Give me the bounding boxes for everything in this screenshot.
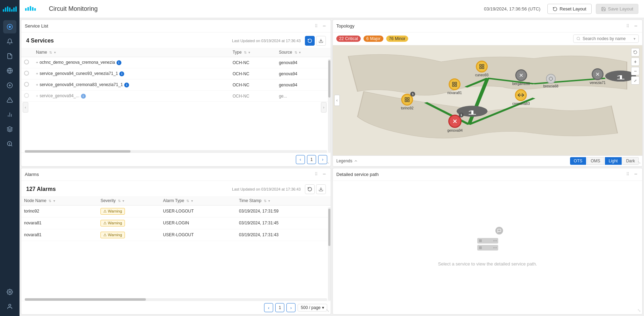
- table-row[interactable]: novara81 ⚠ Warning USER-LOGOUT 03/19/202…: [21, 229, 331, 241]
- table-row[interactable]: +service_genova94_...i OCH-NC ge...: [21, 91, 331, 102]
- topology-minimize[interactable]: −: [633, 23, 639, 29]
- service-hscrollbar[interactable]: [25, 150, 327, 153]
- service-refresh-button[interactable]: [305, 36, 315, 46]
- service-export-button[interactable]: [316, 36, 326, 46]
- expand-icon[interactable]: +: [36, 94, 38, 98]
- topology-resize-handle[interactable]: ⤡: [637, 160, 641, 165]
- alarms-drag-handle[interactable]: ⠿: [315, 172, 319, 177]
- sidebar-item-alerts[interactable]: [3, 35, 16, 48]
- row-checkbox[interactable]: [24, 60, 29, 64]
- service-path-minimize[interactable]: −: [633, 171, 639, 177]
- map-zoom-in-btn[interactable]: +: [631, 57, 639, 66]
- reset-layout-button[interactable]: Reset Layout: [547, 4, 592, 14]
- alarm-next-btn[interactable]: ›: [286, 303, 295, 312]
- sidebar-item-layers[interactable]: [3, 123, 16, 136]
- node-search[interactable]: ▾: [573, 34, 639, 43]
- type-filter-icon[interactable]: ▾: [248, 51, 250, 54]
- map-zoom-out-btn[interactable]: −: [631, 67, 639, 75]
- node-cuneo93[interactable]: cuneo93: [475, 61, 488, 77]
- service-path-drag-handle[interactable]: ⠿: [626, 172, 630, 177]
- node-genova94[interactable]: 1 genova94: [447, 115, 463, 132]
- resize-handle[interactable]: ⤡: [326, 160, 329, 165]
- timestamp-filter-icon[interactable]: ▾: [268, 199, 270, 203]
- table-row[interactable]: +service_genova94_cuneo93_venezia71_1i O…: [21, 68, 331, 79]
- node-brescia68[interactable]: brescia68: [543, 74, 558, 88]
- dark-toggle-btn[interactable]: Dark: [622, 157, 639, 165]
- type-sort-icon[interactable]: ⇅: [244, 51, 247, 54]
- timestamp-sort-icon[interactable]: ⇅: [264, 199, 267, 203]
- node-torino92[interactable]: 1 torino92: [401, 94, 413, 110]
- alarm-refresh-button[interactable]: [305, 184, 315, 194]
- node-venezia71[interactable]: venezia71: [590, 68, 606, 85]
- sidebar-item-chart[interactable]: [3, 108, 16, 121]
- service-list-drag-handle[interactable]: ⠿: [315, 24, 319, 29]
- sidebar-item-search-alert[interactable]: [3, 137, 16, 151]
- service-table-wrapper[interactable]: Name ⇅ ▾ Type ⇅ ▾ Source: [21, 48, 331, 153]
- alarms-resize-handle[interactable]: ⤡: [326, 308, 329, 313]
- node-novara81[interactable]: novara81: [447, 78, 462, 95]
- alarm-table-wrapper[interactable]: Node Name ⇅ ▾ Severity ⇅ ▾: [21, 196, 331, 301]
- per-page-selector[interactable]: 500 / page ▾: [298, 304, 327, 311]
- expand-icon[interactable]: +: [36, 83, 38, 87]
- alarms-minimize[interactable]: −: [321, 171, 327, 177]
- sidebar-item-home[interactable]: [3, 20, 16, 33]
- table-row[interactable]: torino92 ⚠ Warning USER-LOGOUT 03/19/202…: [21, 205, 331, 217]
- name-sort-icon[interactable]: ⇅: [49, 51, 52, 54]
- map-refresh-btn[interactable]: [631, 48, 639, 56]
- info-icon[interactable]: i: [117, 60, 121, 65]
- node-bergamo80[interactable]: bergamo80: [512, 69, 530, 86]
- row-checkbox[interactable]: [24, 93, 29, 98]
- info-icon[interactable]: i: [124, 83, 129, 87]
- save-layout-button[interactable]: Save Layout: [596, 4, 638, 14]
- service-scrollbar[interactable]: [328, 59, 331, 153]
- row-checkbox[interactable]: [24, 82, 29, 87]
- sidebar-item-settings[interactable]: [3, 285, 16, 299]
- sidebar-item-warning[interactable]: [3, 93, 16, 107]
- oms-toggle-btn[interactable]: OMS: [587, 157, 604, 165]
- info-icon[interactable]: i: [81, 94, 86, 99]
- table-row[interactable]: +service_genova94_cremona83_venezia71_1i…: [21, 79, 331, 91]
- row-checkbox[interactable]: [24, 71, 29, 76]
- current-page[interactable]: 1: [307, 155, 316, 164]
- alarmtype-filter-icon[interactable]: ▾: [191, 199, 193, 203]
- alarmtype-sort-icon[interactable]: ⇅: [186, 199, 189, 203]
- alarm-hscrollbar[interactable]: [25, 298, 327, 301]
- light-toggle-btn[interactable]: Light: [605, 157, 622, 165]
- source-sort-icon[interactable]: ⇅: [294, 51, 297, 54]
- source-filter-icon[interactable]: ▾: [299, 51, 301, 54]
- prev-page-btn[interactable]: ‹: [296, 155, 305, 164]
- svg-rect-60: [408, 98, 410, 99]
- nodename-filter-icon[interactable]: ▾: [53, 199, 55, 203]
- ots-toggle-btn[interactable]: OTS: [570, 157, 586, 165]
- scroll-right-arrow[interactable]: ›: [321, 102, 327, 113]
- name-filter-icon[interactable]: ▾: [54, 51, 56, 54]
- topology-map[interactable]: 1 1 cuneo93: [333, 45, 642, 155]
- expand-icon[interactable]: +: [36, 60, 38, 64]
- search-dropdown-icon[interactable]: ▾: [634, 37, 636, 41]
- alarm-export-button[interactable]: [316, 184, 326, 194]
- table-row[interactable]: novara81 ⚠ Warning USER-LOGIN 03/19/2024…: [21, 217, 331, 229]
- sidebar-item-add[interactable]: [3, 79, 16, 92]
- severity-sort-icon[interactable]: ⇅: [118, 199, 121, 203]
- legends-button[interactable]: Legends: [336, 159, 358, 163]
- node-cremona83[interactable]: cremona83: [512, 89, 530, 106]
- service-path-resize-handle[interactable]: ⤡: [637, 308, 641, 313]
- service-pagination: ‹ 1 ›: [21, 153, 331, 166]
- alarm-scrollbar[interactable]: [328, 207, 331, 301]
- map-fit-btn[interactable]: ⤢: [631, 76, 639, 85]
- node-search-input[interactable]: [583, 36, 631, 41]
- sidebar-item-user[interactable]: [3, 300, 16, 313]
- severity-filter-icon[interactable]: ▾: [122, 199, 124, 203]
- nodename-sort-icon[interactable]: ⇅: [48, 199, 51, 203]
- table-row[interactable]: +ochnc_demo_genova_cremona_veneziai OCH-…: [21, 57, 331, 68]
- sidebar-item-docs[interactable]: [3, 49, 16, 63]
- sidebar-item-network[interactable]: [3, 64, 16, 77]
- scroll-left-arrow[interactable]: ‹: [23, 102, 28, 113]
- expand-icon[interactable]: +: [36, 71, 38, 76]
- topology-drag-handle[interactable]: ⠿: [626, 24, 630, 29]
- alarm-prev-btn[interactable]: ‹: [264, 303, 273, 312]
- map-nav-left[interactable]: ‹: [334, 95, 340, 106]
- service-list-minimize[interactable]: −: [321, 23, 327, 29]
- alarm-current-page[interactable]: 1: [275, 303, 284, 312]
- info-icon[interactable]: i: [119, 71, 124, 76]
